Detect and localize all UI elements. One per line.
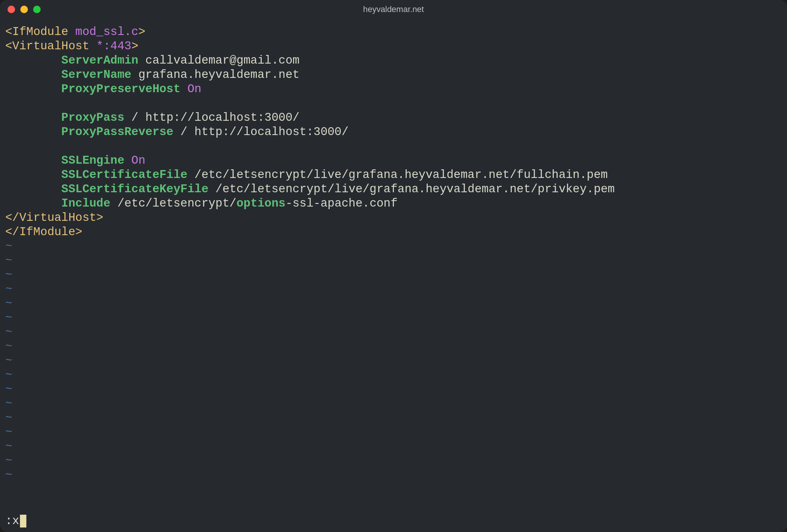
code-token: > <box>75 225 82 239</box>
code-token: </ <box>5 211 19 224</box>
code-indent <box>5 154 61 167</box>
cmd-colon: : <box>5 514 12 528</box>
code-token: SSLCertificateKeyFile <box>61 182 209 196</box>
vim-tilde-line: ~ <box>5 425 782 439</box>
code-token: -ssl-apache.conf <box>285 197 398 210</box>
code-token: /etc/letsencrypt/ <box>110 197 236 210</box>
code-token: < <box>5 40 12 53</box>
close-icon[interactable] <box>8 6 15 13</box>
vim-tilde-line: ~ <box>5 454 782 468</box>
code-token: ProxyPass <box>61 111 124 124</box>
vim-tilde-line: ~ <box>5 339 782 354</box>
code-token: IfModule <box>19 225 75 239</box>
maximize-icon[interactable] <box>33 6 41 13</box>
code-token: > <box>131 40 139 53</box>
code-token: VirtualHost <box>19 211 96 224</box>
code-indent <box>5 168 61 181</box>
window-title: heyvaldemar.net <box>363 5 424 14</box>
code-token: grafana.heyvaldemar.net <box>131 68 299 81</box>
minimize-icon[interactable] <box>20 6 28 13</box>
code-token: *:443 <box>89 40 131 53</box>
code-token: > <box>96 211 104 224</box>
vim-tilde-line: ~ <box>5 368 782 382</box>
code-token: ProxyPreserveHost <box>61 82 180 96</box>
code-token: ServerName <box>61 68 131 81</box>
vim-tilde-line: ~ <box>5 239 782 254</box>
code-token: callvaldemar@gmail.com <box>138 54 299 67</box>
vim-tilde-line: ~ <box>5 382 782 397</box>
code-indent <box>5 54 61 67</box>
terminal-window: heyvaldemar.net <IfModule mod_ssl.c> <Vi… <box>0 0 787 532</box>
code-token: > <box>138 25 145 38</box>
vim-tilde-line: ~ <box>5 296 782 311</box>
vim-tilde-line: ~ <box>5 282 782 296</box>
vim-empty-lines: ~~~~~~~~~~~~~~~~~ <box>0 239 787 482</box>
code-indent <box>5 182 61 196</box>
code-indent <box>5 111 61 124</box>
vim-tilde-line: ~ <box>5 397 782 411</box>
code-token: ServerAdmin <box>61 54 139 67</box>
code-indent <box>5 125 61 138</box>
vim-tilde-line: ~ <box>5 439 782 454</box>
code-token: /etc/letsencrypt/live/grafana.heyvaldema… <box>209 182 615 196</box>
vim-tilde-line: ~ <box>5 325 782 339</box>
vim-tilde-line: ~ <box>5 354 782 368</box>
code-token: ProxyPassReverse <box>61 125 174 138</box>
cursor-icon <box>20 515 26 527</box>
vim-tilde-line: ~ <box>5 254 782 268</box>
vim-tilde-line: ~ <box>5 268 782 282</box>
code-token: options <box>236 197 285 210</box>
editor-content[interactable]: <IfModule mod_ssl.c> <VirtualHost *:443>… <box>0 19 787 239</box>
code-token: </ <box>5 225 19 239</box>
vim-tilde-line: ~ <box>5 411 782 425</box>
code-token: / http://localhost:3000/ <box>124 111 299 124</box>
code-token: < <box>5 25 12 38</box>
titlebar: heyvaldemar.net <box>0 0 787 19</box>
cmd-text: x <box>12 514 20 528</box>
code-token: / http://localhost:3000/ <box>173 125 348 138</box>
code-indent <box>5 82 61 96</box>
code-indent <box>5 197 61 210</box>
vim-tilde-line: ~ <box>5 468 782 482</box>
code-token: Include <box>61 197 110 210</box>
code-token: On <box>124 154 145 167</box>
code-token: SSLEngine <box>61 154 124 167</box>
code-token: /etc/letsencrypt/live/grafana.heyvaldema… <box>188 168 608 181</box>
code-token: On <box>180 82 201 96</box>
code-token: IfModule <box>12 25 69 38</box>
code-indent <box>5 68 61 81</box>
vim-tilde-line: ~ <box>5 311 782 325</box>
window-controls <box>8 6 41 13</box>
vim-command-line[interactable]: :x <box>5 514 26 528</box>
code-token: VirtualHost <box>12 40 90 53</box>
code-token: mod_ssl.c <box>68 25 138 38</box>
code-token: SSLCertificateFile <box>61 168 188 181</box>
